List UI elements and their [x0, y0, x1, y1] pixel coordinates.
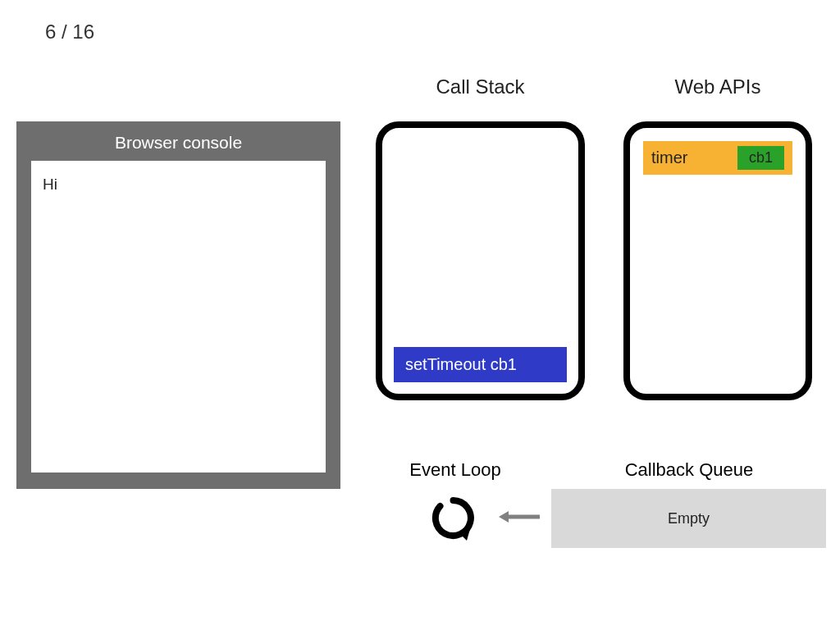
callback-queue-title: Callback Queue: [607, 459, 771, 481]
event-loop-icon: [431, 495, 476, 541]
svg-marker-2: [499, 511, 509, 523]
browser-console-output: Hi: [31, 161, 326, 472]
timer-label: timer: [651, 148, 687, 167]
arrow-left-icon: [497, 507, 542, 527]
call-stack-box: setTimeout cb1: [376, 121, 585, 400]
web-apis-title: Web APIs: [623, 75, 812, 98]
web-apis-box: timer cb1: [623, 121, 812, 400]
event-loop-title: Event Loop: [394, 459, 517, 481]
callback-badge: cb1: [737, 146, 784, 170]
stack-frame: setTimeout cb1: [394, 347, 567, 382]
callback-queue-content: Empty: [668, 510, 710, 527]
callback-queue-box: Empty: [551, 489, 826, 548]
call-stack-title: Call Stack: [376, 75, 585, 98]
browser-console-panel: Browser console Hi: [16, 121, 340, 489]
slide-counter: 6 / 16: [45, 21, 94, 43]
timer-entry: timer cb1: [643, 141, 792, 175]
browser-console-title: Browser console: [16, 121, 340, 161]
